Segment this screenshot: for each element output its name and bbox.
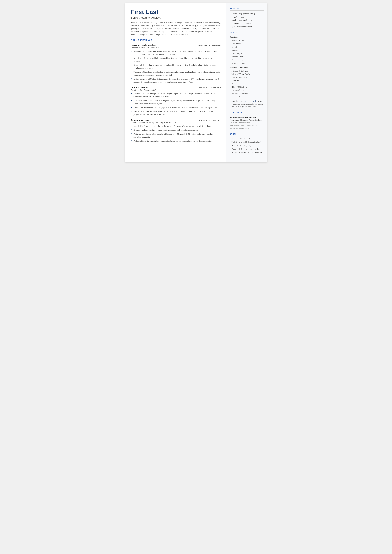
job-company-2: Growthsi, San Francisco, CA [131, 89, 221, 91]
contact-item-5: github.com/resumeworded [230, 25, 264, 28]
job-header-2: Actuarial Analyst June 2013 – October 20… [131, 86, 221, 89]
skill-technique-1: Actuarial Science [230, 39, 264, 42]
summary-text: Senior Actuarial Analyst with eight year… [131, 21, 221, 36]
job-company-1: Resume Worded, New York, NY [131, 47, 221, 49]
bullet-2-4: Built a Visual Basic for Applications (V… [131, 110, 221, 116]
job-block-3: Assistant Actuary August 2010 – January … [131, 119, 221, 142]
bullet-1-2: Interviewed 22 interns and full-time can… [131, 57, 221, 63]
job-title-3: Assistant Actuary [131, 119, 149, 121]
bullet-1-3: Spearheaded a new line of business on a … [131, 64, 221, 70]
skill-tool-2: Microsoft Visual FoxPro [230, 72, 264, 76]
skill-tool-6: IBM SPSS Statistics [230, 85, 264, 89]
work-experience-header: WORK EXPERIENCE [131, 39, 221, 42]
contact-item-4: linkedin.com/in/username [230, 22, 264, 25]
edu-major: Major in Computer Science [230, 121, 264, 124]
bullet-2-1: Created, maintained and updated funding … [131, 92, 221, 98]
job-dates-1: November 2015 – Present [198, 44, 221, 47]
education-section: EDUCATION Resume Worded University Postg… [230, 112, 264, 130]
other-header: OTHER [230, 133, 264, 136]
tools-list: Microsoft SQL Server Microsoft Visual Fo… [230, 69, 264, 98]
contact-section: CONTACT Denver, OH (Open to Remote) +1-2… [230, 8, 264, 28]
bullet-3-3: Partnered with the marketing department … [131, 133, 221, 139]
contact-list: Denver, OH (Open to Remote) +1-234-456-7… [230, 12, 264, 28]
other-list: Volunteered in a 3-month data science Pr… [230, 137, 264, 154]
other-section: OTHER Volunteered in a 3-month data scie… [230, 133, 264, 154]
bullet-3-1: Awarded the designation of Fellow in the… [131, 125, 221, 128]
techniques-label: Techniques: [230, 36, 264, 38]
left-column: First Last Senior Actuarial Analyst Seni… [125, 3, 226, 162]
header-block: First Last Senior Actuarial Analyst [131, 9, 221, 19]
contact-item-1: Denver, OH (Open to Remote) [230, 12, 264, 15]
job-bullets-2: Created, maintained and updated funding … [131, 92, 221, 116]
bullet-2-2: Supervised two contract actuaries during… [131, 99, 221, 105]
skill-tool-9: GGY AXIS [230, 95, 264, 98]
skills-header: SKILLS [230, 32, 264, 35]
bullet-1-1: Mentored eight actuarial and non-actuari… [131, 50, 221, 56]
bullet-1-5: Led the design of a SQL tool that automa… [131, 77, 221, 84]
job-header-3: Assistant Actuary August 2010 – January … [131, 119, 221, 121]
edu-location-date: Boston, MA — May 2018 [230, 127, 264, 130]
scan-note-link[interactable]: Resume Worded [245, 100, 258, 102]
job-block-2: Actuarial Analyst June 2013 – October 20… [131, 86, 221, 116]
scan-note: Don't forget to use Resume Worded to sca… [230, 100, 264, 108]
other-item-3: Completed 12 Udemy courses in data scien… [230, 148, 264, 154]
contact-item-3: email@resumeworded.com [230, 19, 264, 22]
resume-container: First Last Senior Actuarial Analyst Seni… [125, 3, 267, 162]
scan-note-text: Don't forget to use [231, 100, 245, 102]
contact-item-2: +1-234-456-789 [230, 15, 264, 19]
job-title-2: Actuarial Analyst [131, 86, 149, 89]
full-name: First Last [131, 9, 221, 15]
skill-technique-8: Actuarial Science [230, 62, 264, 65]
skill-tool-5: Python [230, 82, 264, 85]
skill-technique-5: Data Analysis [230, 52, 264, 55]
job-title-1: Senior Actuarial Analyst [131, 44, 156, 47]
job-block-1: Senior Actuarial Analyst November 2015 –… [131, 44, 221, 84]
skill-technique-6: Actuarial Exams [230, 55, 264, 58]
skill-tool-7: Pricing software [230, 89, 264, 92]
skill-technique-4: Insurance [230, 49, 264, 52]
techniques-list: Actuarial Science Mathematics Statistics… [230, 39, 264, 65]
job-dates-3: August 2010 – January 2013 [196, 119, 221, 121]
skill-tool-3: Qlik Tech QlikView [230, 76, 264, 79]
skill-technique-7: Financial analysis [230, 58, 264, 61]
bullet-3-2: Evaluated and corrected 27 new and exist… [131, 129, 221, 132]
job-bullets-3: Awarded the designation of Fellow in the… [131, 125, 221, 142]
job-company-3: Resume Worded's Exciting Company, New Yo… [131, 122, 221, 124]
other-item-2: ABC Certification (2019) [230, 144, 264, 147]
education-header: EDUCATION [230, 112, 264, 114]
skill-tool-4: Oracle Java [230, 79, 264, 82]
skill-technique-2: Mathematics [230, 42, 264, 45]
job-title: Senior Actuarial Analyst [131, 16, 221, 19]
other-item-1: Volunteered in a 3-month data science Pr… [230, 137, 264, 144]
bullet-3-4: Performed financial planning by producin… [131, 140, 221, 142]
tools-label: Tools and Frameworks: [230, 66, 264, 69]
bullet-2-3: Coordinated product development projects… [131, 106, 221, 109]
skill-tool-1: Microsoft SQL Server [230, 69, 264, 72]
skills-section: SKILLS Techniques: Actuarial Science Mat… [230, 32, 264, 108]
bullet-1-4: Presented 15 functional specifications t… [131, 70, 221, 77]
right-column: CONTACT Denver, OH (Open to Remote) +1-2… [226, 3, 267, 162]
edu-minors: Minors in Mathematics and Statistics [230, 124, 264, 127]
job-header-1: Senior Actuarial Analyst November 2015 –… [131, 44, 221, 47]
job-bullets-1: Mentored eight actuarial and non-actuari… [131, 50, 221, 84]
job-dates-2: June 2013 – October 2015 [197, 87, 221, 89]
education-block: Resume Worded University Postgraduate Di… [230, 116, 264, 130]
skill-tool-8: Microsoft PowerPoint [230, 92, 264, 95]
edu-degree: Postgraduate Diploma in Actuarial Scienc… [230, 119, 264, 121]
skill-technique-3: Statistics [230, 45, 264, 49]
edu-school: Resume Worded University [230, 116, 264, 119]
contact-header: CONTACT [230, 8, 264, 11]
